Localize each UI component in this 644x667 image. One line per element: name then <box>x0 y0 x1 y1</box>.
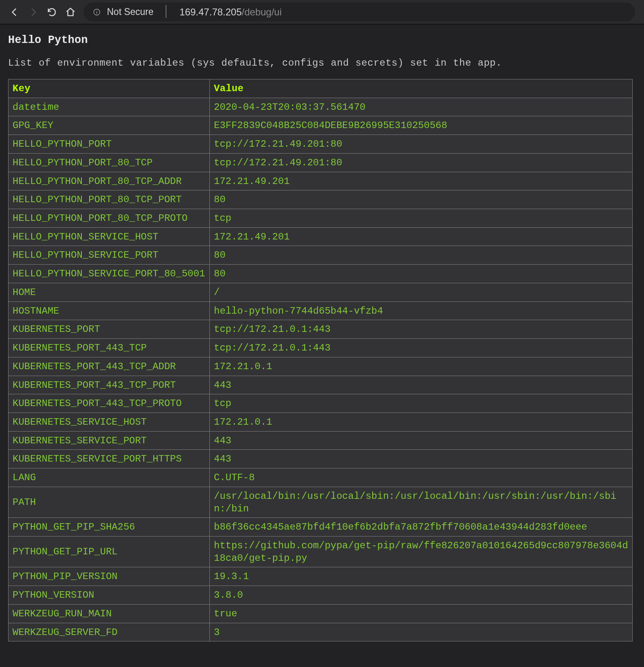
table-row: HOSTNAMEhello-python-7744d65b44-vfzb4 <box>9 301 633 320</box>
env-value: tcp <box>210 394 633 413</box>
divider: │ <box>163 5 170 17</box>
url-path: /debug/ui <box>242 6 282 17</box>
env-value: b86f36cc4345ae87bfd4f10ef6b2dbfa7a872fbf… <box>210 518 633 537</box>
env-key: HELLO_PYTHON_PORT <box>9 135 210 154</box>
env-value: 2020-04-23T20:03:37.561470 <box>210 98 633 116</box>
env-value: 172.21.49.201 <box>210 227 633 246</box>
page-title: Hello Python <box>8 34 636 46</box>
env-value: tcp://172.21.0.1:443 <box>210 320 633 339</box>
env-key: HOSTNAME <box>9 301 210 320</box>
env-value: / <box>210 283 633 301</box>
svg-point-2 <box>97 10 97 11</box>
env-value: tcp://172.21.0.1:443 <box>210 339 633 357</box>
env-key: KUBERNETES_PORT_443_TCP_ADDR <box>9 357 210 376</box>
env-key: HELLO_PYTHON_SERVICE_PORT_80_5001 <box>9 265 210 283</box>
security-label: Not Secure <box>107 6 154 17</box>
url-text: 169.47.78.205/debug/ui <box>179 6 281 18</box>
env-value: hello-python-7744d65b44-vfzb4 <box>210 301 633 320</box>
env-key: HELLO_PYTHON_PORT_80_TCP_PROTO <box>9 209 210 228</box>
table-row: PYTHON_GET_PIP_SHA256b86f36cc4345ae87bfd… <box>9 518 633 537</box>
table-row: WERKZEUG_RUN_MAINtrue <box>9 604 633 623</box>
env-value: 3 <box>210 623 633 641</box>
env-key: PATH <box>9 487 210 517</box>
env-key: PYTHON_GET_PIP_SHA256 <box>9 518 210 537</box>
table-row: KUBERNETES_SERVICE_HOST172.21.0.1 <box>9 413 633 431</box>
info-icon <box>92 8 101 17</box>
env-key: KUBERNETES_PORT_443_TCP_PROTO <box>9 394 210 413</box>
forward-button[interactable] <box>28 6 39 18</box>
table-row: KUBERNETES_SERVICE_PORT443 <box>9 431 633 450</box>
env-key: KUBERNETES_SERVICE_PORT <box>9 431 210 450</box>
table-row: HELLO_PYTHON_PORTtcp://172.21.49.201:80 <box>9 135 633 154</box>
env-value: tcp <box>210 209 633 228</box>
table-row: PYTHON_GET_PIP_URLhttps://github.com/pyp… <box>9 536 633 567</box>
table-row: KUBERNETES_PORTtcp://172.21.0.1:443 <box>9 320 633 339</box>
table-row: HELLO_PYTHON_PORT_80_TCP_PORT80 <box>9 190 633 209</box>
table-row: KUBERNETES_PORT_443_TCP_PROTOtcp <box>9 394 633 413</box>
env-value: /usr/local/bin:/usr/local/sbin:/usr/loca… <box>210 487 633 517</box>
env-key: KUBERNETES_PORT_443_TCP <box>9 339 210 357</box>
home-button[interactable] <box>65 6 76 18</box>
env-value: E3FF2839C048B25C084DEBE9B26995E310250568 <box>210 116 633 135</box>
url-host: 169.47.78.205 <box>179 6 241 17</box>
table-row: LANGC.UTF-8 <box>9 468 633 487</box>
table-row: HOME/ <box>9 283 633 301</box>
env-key: HOME <box>9 283 210 301</box>
table-row: HELLO_PYTHON_PORT_80_TCP_PROTOtcp <box>9 209 633 228</box>
env-key: KUBERNETES_SERVICE_PORT_HTTPS <box>9 450 210 468</box>
col-value-header: Value <box>210 79 633 98</box>
env-key: LANG <box>9 468 210 487</box>
env-key: GPG_KEY <box>9 116 210 135</box>
address-bar[interactable]: Not Secure │ 169.47.78.205/debug/ui <box>83 2 635 21</box>
env-key: WERKZEUG_RUN_MAIN <box>9 604 210 623</box>
page-content: Hello Python List of environment variabl… <box>0 24 644 651</box>
env-value: 80 <box>210 190 633 209</box>
back-button[interactable] <box>9 6 20 18</box>
env-key: PYTHON_VERSION <box>9 586 210 605</box>
env-key: PYTHON_GET_PIP_URL <box>9 536 210 567</box>
reload-button[interactable] <box>46 6 58 18</box>
env-key: HELLO_PYTHON_PORT_80_TCP <box>9 153 210 172</box>
env-key: HELLO_PYTHON_SERVICE_HOST <box>9 227 210 246</box>
env-value: 3.8.0 <box>210 586 633 605</box>
env-value: 19.3.1 <box>210 567 633 586</box>
env-value: 80 <box>210 246 633 265</box>
env-key: KUBERNETES_PORT <box>9 320 210 339</box>
env-key: PYTHON_PIP_VERSION <box>9 567 210 586</box>
env-value: tcp://172.21.49.201:80 <box>210 153 633 172</box>
env-value: 172.21.49.201 <box>210 172 633 190</box>
page-description: List of environment variables (sys defau… <box>8 58 636 68</box>
table-row: HELLO_PYTHON_PORT_80_TCP_ADDR172.21.49.2… <box>9 172 633 190</box>
browser-toolbar: Not Secure │ 169.47.78.205/debug/ui <box>0 0 644 24</box>
table-row: HELLO_PYTHON_SERVICE_PORT80 <box>9 246 633 265</box>
env-value: 80 <box>210 265 633 283</box>
env-value: C.UTF-8 <box>210 468 633 487</box>
table-header-row: Key Value <box>9 79 633 98</box>
table-row: KUBERNETES_PORT_443_TCPtcp://172.21.0.1:… <box>9 339 633 357</box>
table-row: PYTHON_PIP_VERSION19.3.1 <box>9 567 633 586</box>
env-key: HELLO_PYTHON_PORT_80_TCP_ADDR <box>9 172 210 190</box>
table-row: KUBERNETES_PORT_443_TCP_ADDR172.21.0.1 <box>9 357 633 376</box>
env-value: tcp://172.21.49.201:80 <box>210 135 633 154</box>
env-key: KUBERNETES_PORT_443_TCP_PORT <box>9 376 210 394</box>
env-value: 443 <box>210 431 633 450</box>
table-row: PATH/usr/local/bin:/usr/local/sbin:/usr/… <box>9 487 633 517</box>
table-row: HELLO_PYTHON_SERVICE_PORT_80_500180 <box>9 265 633 283</box>
env-value: https://github.com/pypa/get-pip/raw/ffe8… <box>210 536 633 567</box>
table-row: PYTHON_VERSION3.8.0 <box>9 586 633 605</box>
col-key-header: Key <box>9 79 210 98</box>
table-row: WERKZEUG_SERVER_FD3 <box>9 623 633 641</box>
table-row: datetime2020-04-23T20:03:37.561470 <box>9 98 633 116</box>
table-row: GPG_KEYE3FF2839C048B25C084DEBE9B26995E31… <box>9 116 633 135</box>
env-key: KUBERNETES_SERVICE_HOST <box>9 413 210 431</box>
env-table: Key Value datetime2020-04-23T20:03:37.56… <box>8 79 633 641</box>
table-row: KUBERNETES_PORT_443_TCP_PORT443 <box>9 376 633 394</box>
table-row: KUBERNETES_SERVICE_PORT_HTTPS443 <box>9 450 633 468</box>
env-value: 443 <box>210 376 633 394</box>
env-value: 443 <box>210 450 633 468</box>
env-value: true <box>210 604 633 623</box>
env-key: HELLO_PYTHON_SERVICE_PORT <box>9 246 210 265</box>
table-row: HELLO_PYTHON_PORT_80_TCPtcp://172.21.49.… <box>9 153 633 172</box>
table-row: HELLO_PYTHON_SERVICE_HOST172.21.49.201 <box>9 227 633 246</box>
env-value: 172.21.0.1 <box>210 413 633 431</box>
